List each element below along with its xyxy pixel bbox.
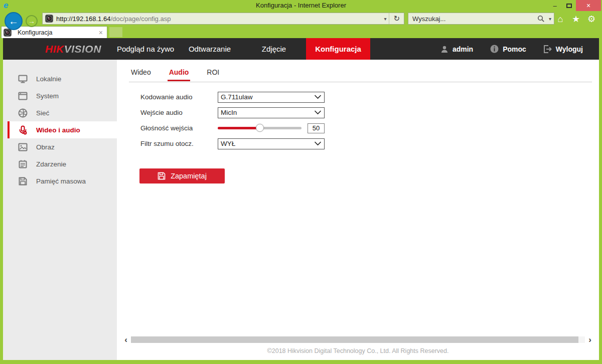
form-row-noise-filter: Filtr szumu otocz. WYŁ xyxy=(140,136,325,151)
save-icon xyxy=(158,172,166,180)
search-input[interactable] xyxy=(408,15,537,23)
volume-value-input[interactable] xyxy=(308,123,325,133)
minimize-icon: – xyxy=(553,2,556,10)
scroll-left-icon[interactable]: ‹ xyxy=(122,336,130,344)
sidebar-label: Obraz xyxy=(36,143,55,151)
volume-slider-thumb[interactable] xyxy=(256,124,264,132)
user-icon xyxy=(440,45,448,53)
search-dropdown-icon[interactable]: ▾ xyxy=(546,16,554,22)
info-icon xyxy=(490,45,499,53)
globe-icon xyxy=(18,108,28,118)
sidebar-label: Pamięć masowa xyxy=(36,177,86,185)
config-sidebar: Lokalnie System Sieć xyxy=(3,60,117,360)
nav-playback[interactable]: Odtwarzanie xyxy=(178,38,242,60)
sidebar-item-video-audio[interactable]: Wideo i audio xyxy=(8,121,117,138)
sidebar-label: Wideo i audio xyxy=(36,126,80,134)
search-box: ▾ xyxy=(408,13,554,25)
window-title: Konfiguracja - Internet Explorer xyxy=(0,0,602,11)
main-content: Wideo Audio ROI Kodowanie audio G.711ula… xyxy=(117,60,599,360)
logout-label: Wyloguj xyxy=(556,45,583,53)
microphone-icon xyxy=(18,125,28,135)
sidebar-label: Zdarzenie xyxy=(36,160,66,168)
scrollbar-thumb[interactable] xyxy=(131,336,578,343)
address-bar[interactable]: http://192.168.1.64/doc/page/config.asp … xyxy=(42,13,404,25)
volume-slider[interactable] xyxy=(218,127,302,129)
tab-divider xyxy=(129,82,592,82)
address-dropdown-icon[interactable]: ▾ xyxy=(381,16,389,22)
audio-encoding-select[interactable]: G.711ulaw xyxy=(218,92,325,103)
close-icon: × xyxy=(586,2,590,10)
window-icon xyxy=(18,91,28,101)
sidebar-item-event[interactable]: Zdarzenie xyxy=(3,155,117,172)
sidebar-label: System xyxy=(36,92,59,100)
forward-icon: → xyxy=(28,17,35,25)
scroll-right-icon[interactable]: › xyxy=(586,336,594,344)
sidebar-item-storage[interactable]: Pamięć masowa xyxy=(3,172,117,190)
sidebar-label: Lokalnie xyxy=(36,75,61,83)
audio-input-select[interactable]: MicIn xyxy=(218,107,325,118)
form-row-input-volume: Głośność wejścia xyxy=(140,120,325,136)
image-icon xyxy=(18,142,28,152)
audio-settings-form: Kodowanie audio G.711ulaw Wejście audio … xyxy=(140,89,325,151)
url-text: http://192.168.1.64/doc/page/config.asp xyxy=(56,15,381,23)
logo-vision: VISION xyxy=(64,43,101,55)
logout-button[interactable]: Wyloguj xyxy=(543,45,583,53)
user-menu: admin xyxy=(440,45,473,53)
sidebar-item-image[interactable]: Obraz xyxy=(3,138,117,155)
sidebar-item-system[interactable]: System xyxy=(3,87,117,104)
settings-gear-icon[interactable]: ⚙ xyxy=(586,14,597,25)
tab-roi[interactable]: ROI xyxy=(205,68,221,81)
volume-slider-fill xyxy=(218,127,260,129)
nav-picture[interactable]: Zdjęcie xyxy=(242,38,306,60)
tab-wideo[interactable]: Wideo xyxy=(129,68,153,81)
maximize-button[interactable] xyxy=(562,0,576,11)
back-button[interactable]: ← xyxy=(5,12,23,30)
noise-filter-select[interactable]: WYŁ xyxy=(218,138,325,149)
save-button-label: Zapamiętaj xyxy=(171,172,207,180)
maximize-icon xyxy=(566,4,572,8)
url-host: http://192.168.1.64 xyxy=(56,15,110,23)
hikvision-logo: HIKVISION xyxy=(45,43,101,55)
tab-title: Konfiguracja xyxy=(18,29,99,36)
forward-button[interactable]: → xyxy=(26,15,38,27)
tab-audio[interactable]: Audio xyxy=(168,68,191,81)
camera-favicon-icon xyxy=(45,15,53,23)
monitor-icon xyxy=(18,74,28,84)
username: admin xyxy=(453,45,473,53)
home-icon[interactable]: ⌂ xyxy=(555,14,566,25)
help-button[interactable]: Pomoc xyxy=(490,45,526,53)
input-volume-label: Głośność wejścia xyxy=(140,124,218,132)
tab-close-icon[interactable]: × xyxy=(99,29,103,37)
copyright-footer: ©2018 Hikvision Digital Technology Co., … xyxy=(117,347,599,354)
form-row-audio-encoding: Kodowanie audio G.711ulaw xyxy=(140,89,325,105)
title-bar: e Konfiguracja - Internet Explorer – × xyxy=(0,0,602,11)
close-button[interactable]: × xyxy=(576,0,601,11)
audio-encoding-value: G.711ulaw xyxy=(221,93,253,101)
nav-live-view[interactable]: Podgląd na żywo xyxy=(113,38,178,60)
audio-encoding-label: Kodowanie audio xyxy=(140,93,218,101)
noise-filter-value: WYŁ xyxy=(221,140,235,147)
help-label: Pomoc xyxy=(503,45,526,53)
chevron-down-icon xyxy=(314,141,322,146)
logout-icon xyxy=(543,45,552,53)
save-button[interactable]: Zapamiętaj xyxy=(139,168,225,184)
sidebar-item-local[interactable]: Lokalnie xyxy=(3,70,117,87)
calendar-icon xyxy=(18,159,28,169)
minimize-button[interactable]: – xyxy=(548,0,562,11)
sidebar-item-network[interactable]: Sieć xyxy=(3,104,117,121)
audio-input-value: MicIn xyxy=(221,109,237,116)
refresh-icon[interactable]: ↻ xyxy=(389,13,404,24)
main-nav: Podgląd na żywo Odtwarzanie Zdjęcie Konf… xyxy=(113,38,370,60)
storage-icon xyxy=(18,176,28,186)
nav-configuration[interactable]: Konfiguracja xyxy=(306,38,370,60)
browser-window: e Konfiguracja - Internet Explorer – × ←… xyxy=(0,0,602,364)
back-icon: ← xyxy=(9,16,19,27)
new-tab-button[interactable] xyxy=(109,27,122,37)
scrollbar-track[interactable] xyxy=(131,336,585,343)
web-page: HIKVISION Podgląd na żywo Odtwarzanie Zd… xyxy=(3,38,599,360)
search-icon[interactable] xyxy=(537,15,545,23)
chevron-down-icon xyxy=(314,110,322,115)
chevron-down-icon xyxy=(314,95,322,99)
content-tabs: Wideo Audio ROI xyxy=(129,68,221,81)
favorites-star-icon[interactable]: ★ xyxy=(570,14,581,25)
